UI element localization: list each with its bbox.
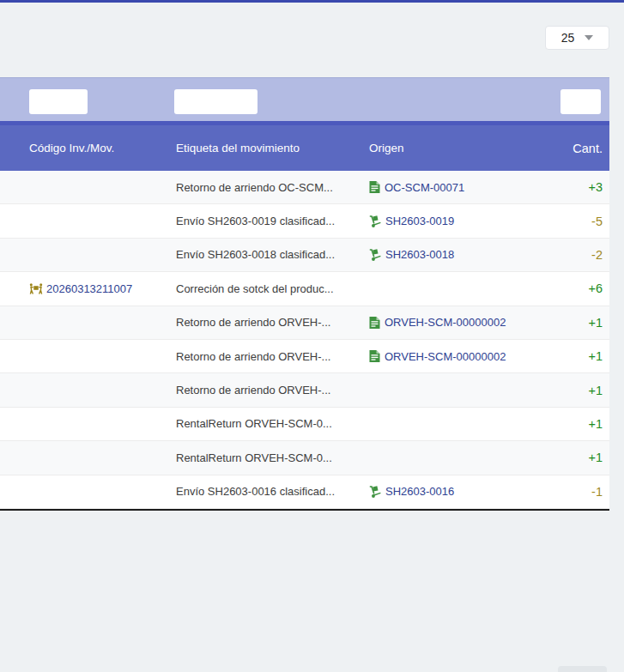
filter-input-cant[interactable] (560, 89, 601, 114)
movement-label: Envío SH2603-0019 clasificad... (176, 215, 369, 227)
movement-label: Envío SH2603-0018 clasificad... (176, 248, 369, 261)
bottom-right-scroll-corner (558, 666, 607, 672)
table-row[interactable]: RentalReturn ORVEH-SCM-0... +1 (0, 408, 609, 441)
origin-link[interactable]: ORVEH-SCM-00000002 (385, 316, 506, 329)
movement-label: RentalReturn ORVEH-SCM-0... (176, 451, 369, 464)
origin-link[interactable]: SH2603-0016 (385, 485, 454, 498)
inventory-code-link[interactable]: 20260313211007 (46, 282, 132, 295)
origin-link[interactable]: SH2603-0019 (385, 215, 454, 227)
quantity-value: +1 (554, 451, 609, 464)
origin-link[interactable]: ORVEH-SCM-00000002 (385, 350, 506, 363)
movement-label: Retorno de arriendo ORVEH-... (176, 350, 369, 363)
filter-input-etiqueta[interactable] (174, 89, 257, 114)
movement-label: Retorno de arriendo OC-SCM... (176, 181, 369, 194)
table-header-row: Código Inv./Mov. Etiqueta del movimiento… (0, 125, 609, 171)
quantity-value: -2 (554, 248, 609, 262)
dolly-icon (369, 215, 381, 227)
movement-label: Envío SH2603-0016 clasificad... (176, 485, 369, 498)
chevron-down-icon (585, 35, 593, 40)
quantity-value: -5 (554, 215, 609, 228)
table-row[interactable]: Retorno de arriendo ORVEH-... ORVEH-SCM-… (0, 340, 609, 373)
origin-link[interactable]: SH2603-0018 (385, 248, 454, 261)
dolly-icon (369, 486, 381, 498)
quantity-value: +3 (554, 180, 609, 194)
quantity-value: +1 (554, 417, 609, 431)
movement-label: Retorno de arriendo ORVEH-... (176, 316, 369, 329)
page-length-select[interactable]: 25 (545, 26, 609, 50)
column-header-cant[interactable]: Cant. (554, 142, 609, 155)
quantity-value: +1 (554, 316, 609, 330)
movement-label: RentalReturn ORVEH-SCM-0... (176, 417, 369, 430)
table-row[interactable]: 20260313211007 Correción de sotck del pr… (0, 272, 609, 306)
file-invoice-icon (369, 317, 380, 329)
table-filter-row (0, 77, 609, 121)
people-carry-icon (29, 283, 43, 294)
top-accent-bar (0, 0, 624, 3)
table-bottom-border (0, 509, 609, 511)
movement-label: Retorno de arriendo ORVEH-... (176, 384, 369, 397)
column-header-etiqueta[interactable]: Etiqueta del movimiento (176, 142, 369, 154)
dolly-icon (369, 249, 381, 261)
page-length-value: 25 (561, 31, 575, 45)
filter-input-codigo[interactable] (29, 89, 88, 114)
file-invoice-icon (369, 181, 380, 193)
origin-link[interactable]: OC-SCM-00071 (385, 181, 464, 194)
column-header-codigo[interactable]: Código Inv./Mov. (0, 142, 176, 154)
table-row[interactable]: RentalReturn ORVEH-SCM-0... +1 (0, 441, 609, 475)
table-row[interactable]: Envío SH2603-0016 clasificad... SH2603-0… (0, 475, 609, 509)
column-header-origen[interactable]: Origen (369, 142, 554, 154)
table-row[interactable]: Retorno de arriendo OC-SCM... OC-SCM-000… (0, 171, 609, 204)
movements-table: Código Inv./Mov. Etiqueta del movimiento… (0, 77, 609, 511)
quantity-value: +6 (554, 282, 609, 295)
quantity-value: +1 (554, 384, 609, 397)
table-row[interactable]: Envío SH2603-0018 clasificad... SH2603-0… (0, 239, 609, 272)
quantity-value: -1 (554, 485, 609, 499)
movement-label: Correción de sotck del produc... (176, 282, 369, 295)
file-invoice-icon (369, 350, 380, 362)
quantity-value: +1 (554, 349, 609, 363)
table-row[interactable]: Retorno de arriendo ORVEH-... +1 (0, 373, 609, 407)
table-row[interactable]: Envío SH2603-0019 clasificad... SH2603-0… (0, 204, 609, 238)
table-row[interactable]: Retorno de arriendo ORVEH-... ORVEH-SCM-… (0, 306, 609, 340)
